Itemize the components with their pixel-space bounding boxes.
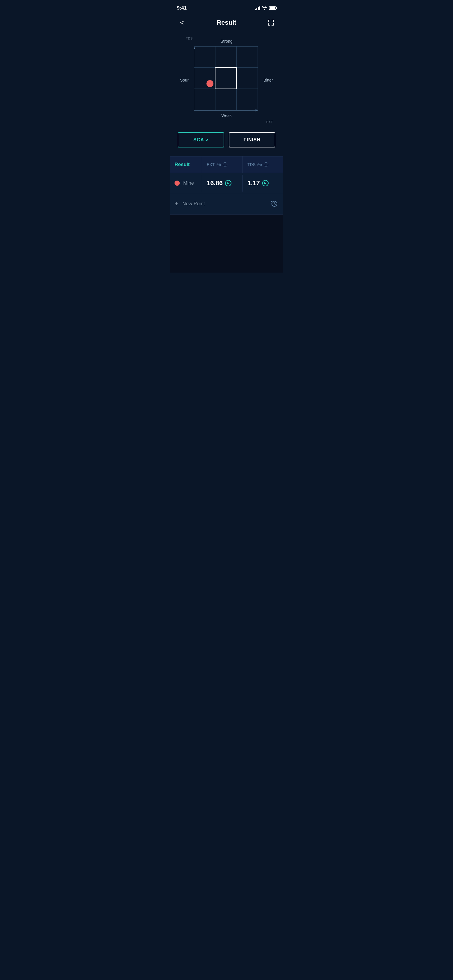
status-icons (255, 6, 276, 10)
chart-wrapper: TDS Strong Sour Bitter (180, 37, 273, 124)
arrow-right-icon-2: ▶ (264, 181, 266, 185)
results-table-header: Result EXT (%) i TDS (%) i (170, 156, 283, 173)
buttons-row: SCA > FINISH (170, 129, 283, 156)
chart-container: TDS Strong Sour Bitter (170, 34, 283, 129)
page-title: Result (217, 19, 236, 26)
chart-svg (194, 45, 258, 111)
sour-label: Sour (180, 78, 189, 83)
svg-rect-12 (215, 68, 236, 89)
new-point-row[interactable]: + New Point (170, 193, 283, 215)
expand-icon (268, 19, 274, 26)
mine-result-row: Mine 16.86 ▶ 1.17 ▶ (170, 173, 283, 193)
result-col-header: Result (170, 156, 202, 173)
tds-value: 1.17 (247, 180, 260, 187)
ext-col-unit: (%) (216, 163, 221, 166)
mine-label: Mine (183, 180, 194, 186)
tds-detail-button[interactable]: ▶ (262, 180, 269, 186)
ext-info-icon[interactable]: i (223, 162, 227, 167)
wifi-icon (262, 6, 267, 10)
signal-icon (255, 6, 260, 10)
mine-label-cell: Mine (170, 176, 202, 191)
plus-icon: + (174, 200, 178, 208)
ext-value-cell: 16.86 ▶ (202, 175, 242, 192)
mine-dot (174, 181, 180, 186)
new-point-left: + New Point (174, 200, 205, 208)
svg-point-13 (206, 80, 214, 87)
history-icon[interactable] (270, 200, 279, 208)
finish-button[interactable]: FINISH (229, 132, 275, 148)
ext-label: EXT (266, 120, 273, 124)
status-time: 9:41 (177, 5, 187, 11)
ext-col-header: EXT (%) i (202, 156, 242, 173)
bottom-empty-area (170, 215, 283, 272)
ext-value: 16.86 (207, 180, 223, 187)
tds-value-cell: 1.17 ▶ (242, 175, 283, 192)
strong-label: Strong (220, 39, 232, 43)
sca-button[interactable]: SCA > (178, 132, 224, 148)
svg-marker-2 (194, 46, 195, 49)
bitter-label: Bitter (263, 78, 273, 83)
expand-button[interactable] (266, 18, 276, 28)
arrow-right-icon: ▶ (227, 181, 230, 185)
ext-detail-button[interactable]: ▶ (225, 180, 231, 186)
tds-col-unit: (%) (257, 163, 262, 166)
new-point-label: New Point (182, 201, 205, 207)
chart-grid (194, 45, 258, 111)
weak-label: Weak (221, 113, 232, 118)
ext-col-label: EXT (207, 162, 215, 167)
results-section: Result EXT (%) i TDS (%) i Mine 16.86 ▶ … (170, 156, 283, 215)
tds-label: TDS (186, 37, 193, 40)
header: < Result (170, 14, 283, 34)
battery-icon (269, 6, 276, 10)
back-button[interactable]: < (177, 18, 187, 28)
tds-col-header: TDS (%) i (242, 156, 283, 173)
status-bar: 9:41 (170, 0, 283, 14)
tds-info-icon[interactable]: i (264, 162, 268, 167)
tds-col-label: TDS (247, 162, 255, 167)
